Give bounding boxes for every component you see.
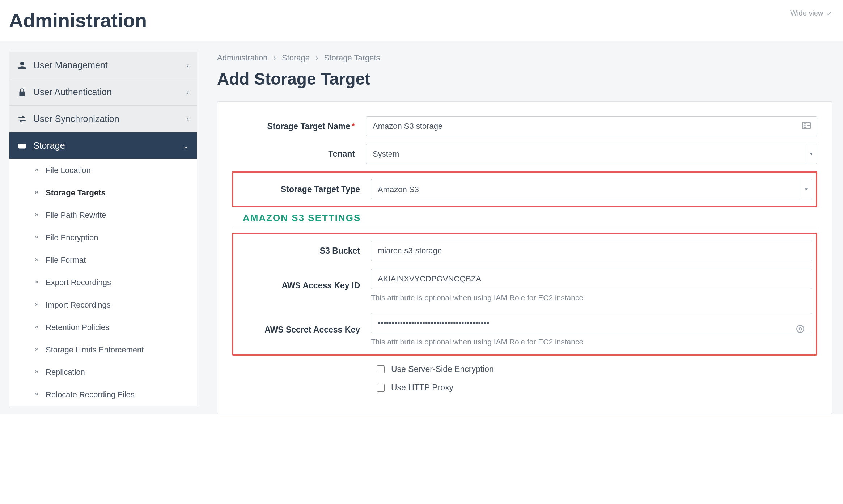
input-aws-access-key[interactable] xyxy=(371,269,812,289)
sidebar-group-label: User Authentication xyxy=(33,87,112,97)
sidebar-group-user-authentication[interactable]: User Authentication ‹ xyxy=(9,79,197,105)
sidebar-item-file-location[interactable]: File Location xyxy=(9,159,197,182)
sidebar-item-relocate-recording-files[interactable]: Relocate Recording Files xyxy=(9,384,197,406)
main-content: Administration › Storage › Storage Targe… xyxy=(197,52,834,414)
input-s3-bucket[interactable] xyxy=(371,241,812,261)
svg-point-1 xyxy=(20,145,21,147)
id-card-icon xyxy=(802,122,811,131)
input-aws-secret-key[interactable] xyxy=(371,313,812,333)
sidebar-group-storage[interactable]: Storage ⌄ xyxy=(9,132,197,159)
sidebar-group-label: User Management xyxy=(33,60,108,71)
form-card: Storage Target Name* Tenant System ▼ xyxy=(217,101,832,414)
breadcrumb: Administration › Storage › Storage Targe… xyxy=(217,53,832,63)
label-storage-target-type: Storage Target Type xyxy=(237,185,371,194)
breadcrumb-administration[interactable]: Administration xyxy=(217,53,267,62)
sidebar-group-user-synchronization[interactable]: User Synchronization ‹ xyxy=(9,105,197,132)
chevron-left-icon: ‹ xyxy=(186,115,189,123)
section-divider xyxy=(232,228,817,228)
sidebar-item-replication[interactable]: Replication xyxy=(9,361,197,384)
checkbox-sse[interactable] xyxy=(377,365,385,373)
sidebar-item-storage-targets[interactable]: Storage Targets xyxy=(9,182,197,204)
sidebar-submenu-storage: File Location Storage Targets File Path … xyxy=(9,159,197,406)
sidebar-item-retention-policies[interactable]: Retention Policies xyxy=(9,316,197,339)
disk-icon xyxy=(17,141,27,151)
hint-access-key: This attribute is optional when using IA… xyxy=(371,293,812,302)
sidebar-item-file-path-rewrite[interactable]: File Path Rewrite xyxy=(9,204,197,226)
label-aws-access-key: AWS Access Key ID xyxy=(237,281,371,291)
chevron-down-icon: ⌄ xyxy=(183,141,189,150)
highlight-s3-settings: S3 Bucket AWS Access Key ID This attribu… xyxy=(232,233,817,356)
sidebar-group-label: User Synchronization xyxy=(33,114,119,124)
main-title: Add Storage Target xyxy=(217,69,832,89)
reveal-password-icon[interactable] xyxy=(796,324,805,335)
breadcrumb-storage-targets[interactable]: Storage Targets xyxy=(324,53,380,62)
user-icon xyxy=(17,61,27,70)
input-storage-target-name[interactable] xyxy=(366,116,817,136)
lock-icon xyxy=(17,88,27,97)
checkbox-http-proxy[interactable] xyxy=(377,384,385,392)
sidebar-item-export-recordings[interactable]: Export Recordings xyxy=(9,271,197,294)
svg-point-5 xyxy=(799,328,802,330)
label-storage-target-name: Storage Target Name* xyxy=(232,122,366,131)
sidebar-item-file-encryption[interactable]: File Encryption xyxy=(9,226,197,249)
select-storage-target-type[interactable]: Amazon S3 xyxy=(371,179,812,199)
wide-view-label: Wide view xyxy=(790,9,823,17)
highlight-storage-type: Storage Target Type Amazon S3 ▼ xyxy=(232,171,817,207)
required-asterisk: * xyxy=(352,122,355,131)
svg-point-4 xyxy=(797,325,804,333)
sidebar-item-import-recordings[interactable]: Import Recordings xyxy=(9,294,197,316)
label-s3-bucket: S3 Bucket xyxy=(237,246,371,256)
breadcrumb-separator: › xyxy=(315,53,318,62)
sidebar-item-storage-limits[interactable]: Storage Limits Enforcement xyxy=(9,339,197,361)
expand-icon: ⤢ xyxy=(827,10,832,17)
sync-icon xyxy=(17,114,27,124)
label-sse: Use Server-Side Encryption xyxy=(391,364,494,374)
hint-secret-key: This attribute is optional when using IA… xyxy=(371,338,812,346)
wide-view-toggle[interactable]: Wide view ⤢ xyxy=(790,9,832,17)
page-title: Administration xyxy=(9,9,147,31)
section-title-s3-settings: AMAZON S3 SETTINGS xyxy=(243,212,817,224)
chevron-left-icon: ‹ xyxy=(186,88,189,96)
label-tenant: Tenant xyxy=(232,149,366,159)
sidebar-item-file-format[interactable]: File Format xyxy=(9,249,197,271)
breadcrumb-storage[interactable]: Storage xyxy=(282,53,310,62)
label-aws-secret-key: AWS Secret Access Key xyxy=(237,325,371,335)
sidebar-group-user-management[interactable]: User Management ‹ xyxy=(9,52,197,79)
sidebar: User Management ‹ User Authentication ‹ xyxy=(9,52,197,414)
breadcrumb-separator: › xyxy=(274,53,276,62)
sidebar-group-label: Storage xyxy=(33,140,65,151)
chevron-left-icon: ‹ xyxy=(186,61,189,69)
svg-point-3 xyxy=(804,124,806,126)
label-http-proxy: Use HTTP Proxy xyxy=(391,383,453,393)
select-tenant[interactable]: System xyxy=(366,144,817,164)
